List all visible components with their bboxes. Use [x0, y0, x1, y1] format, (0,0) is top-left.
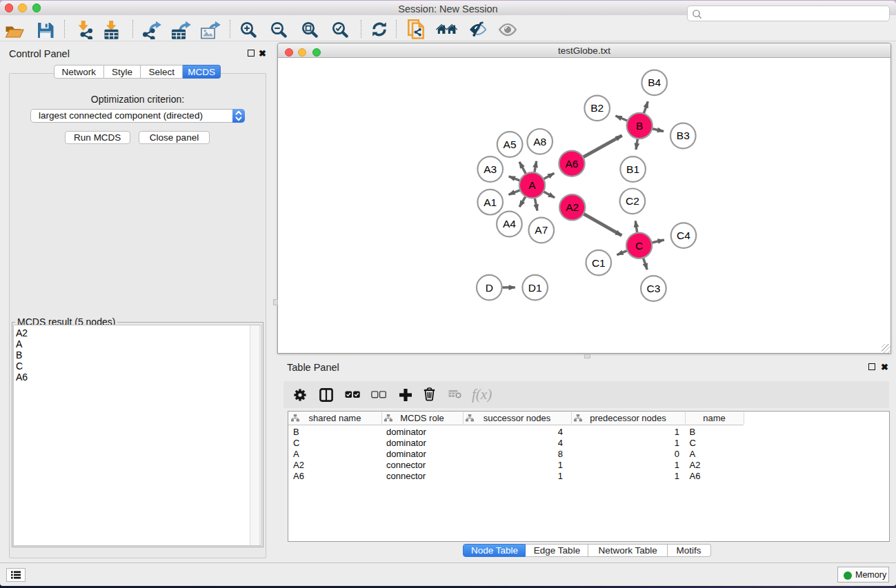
- svg-text:A: A: [528, 179, 536, 191]
- svg-text:A4: A4: [503, 218, 516, 230]
- svg-text:A1: A1: [484, 196, 497, 208]
- svg-text:C1: C1: [592, 257, 606, 269]
- svg-text:B2: B2: [590, 102, 604, 114]
- svg-text:C2: C2: [626, 195, 639, 207]
- svg-text:C: C: [635, 240, 643, 252]
- svg-text:C4: C4: [677, 230, 690, 241]
- svg-text:A8: A8: [533, 136, 546, 148]
- svg-text:A3: A3: [484, 163, 497, 175]
- svg-text:A6: A6: [566, 158, 579, 170]
- svg-text:B3: B3: [677, 130, 690, 141]
- svg-text:B4: B4: [648, 77, 661, 88]
- svg-text:B1: B1: [626, 163, 639, 175]
- svg-text:D: D: [486, 282, 493, 294]
- svg-text:A7: A7: [535, 224, 548, 236]
- svg-text:D1: D1: [528, 282, 542, 294]
- svg-text:C3: C3: [646, 283, 660, 294]
- svg-text:A5: A5: [504, 139, 517, 150]
- svg-text:A2: A2: [566, 201, 579, 213]
- svg-text:B: B: [636, 120, 643, 132]
